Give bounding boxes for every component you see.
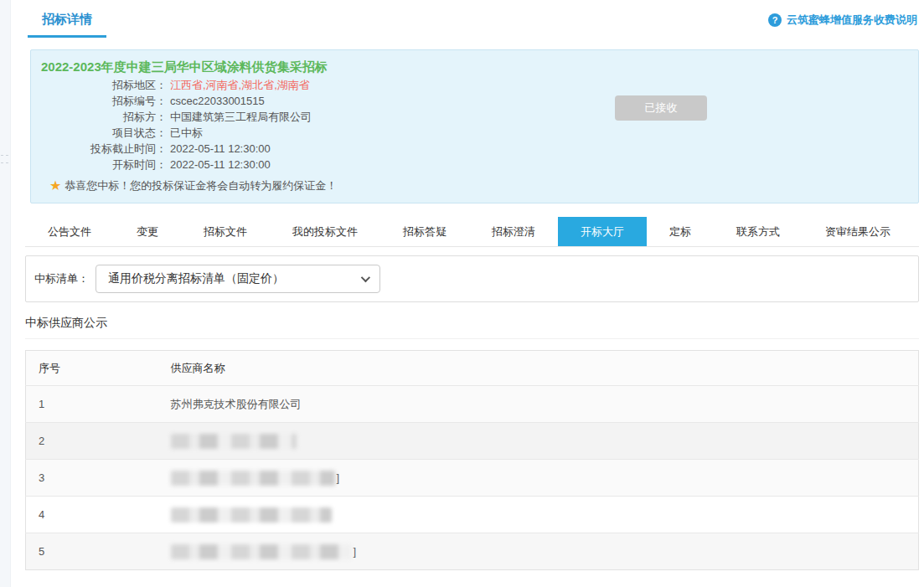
row-index: 2 (26, 423, 171, 460)
redacted-supplier-name (171, 507, 332, 523)
tender-title: 2022-2023年度中建三局华中区域涂料供货集采招标 (41, 57, 908, 77)
star-icon: ★ (49, 179, 61, 193)
row-index: 3 (26, 460, 171, 497)
region-value: 江西省,河南省,湖北省,湖南省 (170, 79, 310, 91)
award-list-select[interactable]: 通用价税分离招标清单（固定价） (95, 265, 380, 293)
tab-changes[interactable]: 变更 (114, 217, 181, 246)
field-status: 项目状态：已中标 (41, 125, 908, 141)
table-row: 3 ] (26, 460, 919, 497)
help-link[interactable]: ? 云筑蜜蜂增值服务收费说明 (768, 13, 917, 38)
award-list-selected-value: 通用价税分离招标清单（固定价） (108, 271, 284, 286)
tab-tender-files[interactable]: 招标文件 (181, 217, 270, 246)
table-row: 2 (26, 423, 919, 460)
tab-bar: 公告文件 变更 招标文件 我的投标文件 招标答疑 招标澄清 开标大厅 定标 联系… (25, 217, 919, 247)
row-index: 1 (26, 386, 171, 423)
tab-contact[interactable]: 联系方式 (714, 217, 803, 246)
bid-deadline-value: 2022-05-11 12:30:00 (170, 142, 271, 155)
field-tender-no: 招标编号：cscec22033001515 (41, 93, 908, 109)
tab-award[interactable]: 定标 (647, 217, 714, 246)
tab-tender-clarification[interactable]: 招标澄清 (469, 217, 558, 246)
award-list-label: 中标清单： (34, 271, 89, 286)
col-header-index: 序号 (26, 351, 171, 386)
congrats-message: ★ 恭喜您中标！您的投标保证金将会自动转为履约保证金！ (41, 178, 908, 194)
supplier-name: ] (171, 460, 919, 497)
supplier-name: ] (171, 533, 919, 570)
tender-no-value: cscec22033001515 (170, 95, 265, 107)
question-icon: ? (768, 13, 782, 27)
left-panel-edge-marks (1, 155, 8, 163)
tab-tender-qa[interactable]: 招标答疑 (380, 217, 469, 246)
field-tenderer: 招标方：中国建筑第三工程局有限公司 (41, 109, 908, 125)
chevron-down-icon (361, 273, 370, 282)
winning-suppliers-title: 中标供应商公示 (25, 316, 919, 339)
supplier-name (171, 423, 919, 460)
tab-tender-detail[interactable]: 招标详情 (28, 12, 106, 38)
supplier-name (171, 497, 919, 533)
winning-suppliers-table: 序号 供应商名称 1 苏州弗克技术股份有限公司 2 3 ] 4 5 (25, 350, 919, 570)
received-button[interactable]: 已接收 (615, 95, 707, 121)
col-header-supplier-name: 供应商名称 (171, 351, 919, 386)
tab-my-bid-files[interactable]: 我的投标文件 (270, 217, 380, 246)
field-bid-deadline: 投标截止时间：2022-05-11 12:30:00 (41, 141, 908, 157)
tab-announcement-files[interactable]: 公告文件 (25, 217, 114, 246)
table-row: 4 (26, 497, 919, 533)
top-bar: 招标详情 ? 云筑蜜蜂增值服务收费说明 (25, 0, 919, 38)
field-region: 招标地区：江西省,河南省,湖北省,湖南省 (41, 77, 908, 93)
tenderer-value: 中国建筑第三工程局有限公司 (170, 111, 312, 123)
table-row: 1 苏州弗克技术股份有限公司 (26, 386, 919, 423)
status-value: 已中标 (170, 126, 203, 139)
redacted-supplier-name (171, 544, 352, 559)
table-row: 5 ] (26, 533, 919, 570)
supplier-name: 苏州弗克技术股份有限公司 (171, 386, 919, 423)
row-index: 4 (26, 497, 171, 533)
tab-bid-opening-hall[interactable]: 开标大厅 (558, 217, 647, 246)
tender-notice-panel: 2022-2023年度中建三局华中区域涂料供货集采招标 招标地区：江西省,河南省… (30, 49, 919, 203)
tender-detail-page: 招标详情 ? 云筑蜜蜂增值服务收费说明 2022-2023年度中建三局华中区域涂… (25, 0, 919, 570)
redacted-supplier-name (171, 434, 297, 449)
help-link-label: 云筑蜜蜂增值服务收费说明 (787, 13, 917, 28)
left-panel-edge (0, 0, 11, 587)
redacted-supplier-name (171, 471, 335, 486)
table-header-row: 序号 供应商名称 (26, 351, 919, 386)
tab-prequalification-results[interactable]: 资审结果公示 (803, 217, 913, 246)
row-index: 5 (26, 533, 171, 570)
award-list-filter: 中标清单： 通用价税分离招标清单（固定价） (25, 255, 919, 302)
opening-time-value: 2022-05-11 12:30:00 (170, 158, 271, 171)
field-opening-time: 开标时间：2022-05-11 12:30:00 (41, 157, 908, 172)
